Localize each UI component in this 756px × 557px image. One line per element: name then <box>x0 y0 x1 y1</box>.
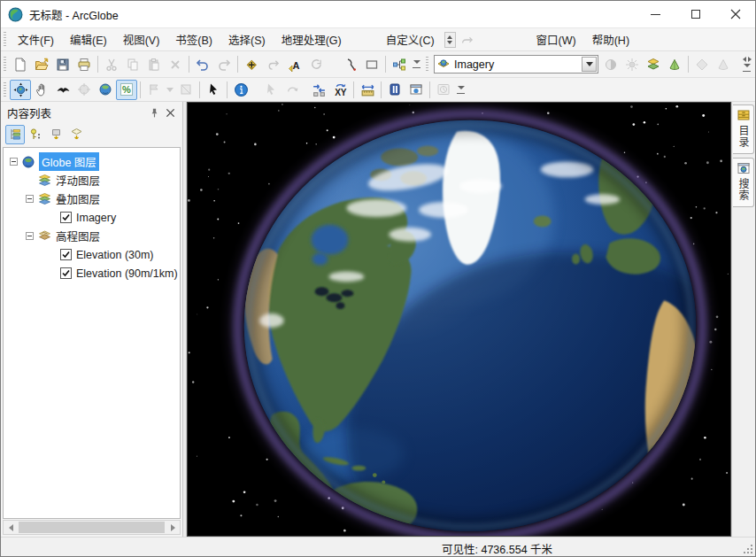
swipe-layer-icon[interactable] <box>643 54 664 74</box>
viewer-window-icon[interactable] <box>405 80 427 100</box>
paste-icon[interactable] <box>143 54 165 74</box>
maximize-button[interactable] <box>675 1 715 27</box>
tree-node-label[interactable]: 浮动图层 <box>56 172 100 189</box>
surface-percent-icon[interactable]: % <box>116 80 137 100</box>
rotate-curve-icon[interactable] <box>282 80 303 100</box>
select-graphics-icon[interactable] <box>260 80 282 100</box>
collapse-icon[interactable] <box>10 158 18 166</box>
globe-viewport[interactable] <box>187 102 731 537</box>
checkbox-checked[interactable] <box>60 267 72 279</box>
print-icon[interactable] <box>73 54 95 74</box>
flag-icon[interactable] <box>143 80 165 100</box>
checkbox-checked[interactable] <box>60 249 72 260</box>
menu-edit[interactable]: 编辑(E) <box>62 28 115 50</box>
list-by-visibility-icon[interactable] <box>46 125 66 144</box>
new-document-icon[interactable] <box>10 54 31 74</box>
toolbar-overflow-icon[interactable] <box>410 55 423 74</box>
pin-tool-icon[interactable] <box>340 54 361 74</box>
collapse-icon[interactable] <box>26 232 34 240</box>
toolbar-grip[interactable] <box>4 32 6 47</box>
tree-node-label[interactable]: 高程图层 <box>56 228 100 244</box>
find-route-icon[interactable] <box>308 80 329 100</box>
measure-icon[interactable] <box>357 80 378 100</box>
go-to-xy-icon[interactable]: XY <box>329 80 351 100</box>
delete-icon[interactable] <box>165 54 186 74</box>
copy-icon[interactable] <box>122 54 143 74</box>
close-button[interactable] <box>715 1 755 27</box>
tree-node-elevation-layers[interactable]: 高程图层 <box>4 227 180 245</box>
redo-small-icon[interactable] <box>262 54 283 74</box>
brightness-icon[interactable] <box>621 54 643 74</box>
menu-geoprocessing[interactable]: 地理处理(G) <box>274 28 350 50</box>
rectangle-icon[interactable] <box>361 54 382 74</box>
list-by-drawing-order-icon[interactable] <box>5 125 25 144</box>
checkbox-checked[interactable] <box>60 212 72 223</box>
label-text-icon[interactable]: A <box>283 54 305 74</box>
menu-file[interactable]: 文件(F) <box>10 28 62 50</box>
toolbar-grip[interactable] <box>4 82 6 97</box>
collapse-icon[interactable] <box>26 195 34 203</box>
toolbar-grip[interactable] <box>4 57 6 72</box>
navigate-icon[interactable] <box>10 80 31 100</box>
undo-icon[interactable] <box>192 54 213 74</box>
pyramid-icon[interactable] <box>664 54 685 74</box>
menu-customize[interactable]: 自定义(C) <box>378 28 443 50</box>
add-data-icon[interactable] <box>241 54 262 74</box>
toc-horizontal-scrollbar[interactable] <box>3 520 181 535</box>
spinner-control[interactable] <box>444 32 456 48</box>
tree-node-label[interactable]: Elevation (30m) <box>76 249 154 261</box>
cut-icon[interactable] <box>101 54 122 74</box>
tree-node-elevation-30m[interactable]: Elevation (30m) <box>4 245 180 264</box>
toc-close-icon[interactable] <box>162 104 178 120</box>
tab-search[interactable]: 搜索 <box>733 158 754 207</box>
html-popup-icon[interactable] <box>384 80 405 100</box>
identify-icon[interactable] <box>230 80 251 100</box>
menu-help[interactable]: 帮助(H) <box>584 28 637 50</box>
rotate-icon[interactable] <box>305 54 326 74</box>
toolbar-grip[interactable] <box>426 57 428 72</box>
area-icon[interactable] <box>175 80 197 100</box>
flag-dropdown-icon[interactable] <box>165 80 175 100</box>
layer-combobox[interactable]: Imagery <box>434 55 598 73</box>
tree-node-label[interactable]: Elevation (90m/1km) <box>76 267 178 280</box>
select-arrow-icon[interactable] <box>203 80 224 100</box>
menu-selection[interactable]: 选择(S) <box>220 28 274 50</box>
toolbar-overflow-icon[interactable] <box>454 80 467 99</box>
tree-node-floating-layers[interactable]: 浮动图层 <box>4 171 180 190</box>
tree-node-label[interactable]: 叠加图层 <box>56 190 100 207</box>
open-folder-icon[interactable] <box>31 54 52 74</box>
resize-grip[interactable] <box>743 544 753 554</box>
tree-node-label[interactable]: Imagery <box>76 212 116 224</box>
contrast-icon[interactable] <box>600 54 621 74</box>
tab-catalog[interactable]: 目录 <box>733 104 754 154</box>
full-extent-icon[interactable] <box>95 80 116 100</box>
tree-node-elevation-90m[interactable]: Elevation (90m/1km) <box>4 264 180 282</box>
save-icon[interactable] <box>52 54 73 74</box>
tree-node-imagery[interactable]: Imagery <box>4 208 180 227</box>
combo-dropdown-button[interactable] <box>582 57 597 72</box>
tree-node-draped-layers[interactable]: 叠加图层 <box>4 190 180 208</box>
menu-windows[interactable]: 窗口(W) <box>528 28 584 50</box>
minimize-button[interactable] <box>636 1 675 27</box>
target-icon[interactable] <box>73 80 95 100</box>
list-by-source-icon[interactable] <box>26 125 45 144</box>
base-heights-icon[interactable] <box>713 54 734 74</box>
globe-node-icon <box>22 156 35 168</box>
toolbar-options-icon[interactable] <box>740 55 753 74</box>
menu-bookmarks[interactable]: 书签(B) <box>167 28 220 50</box>
scrollbar-thumb[interactable] <box>19 522 165 533</box>
scroll-right-icon[interactable] <box>166 521 180 534</box>
scroll-left-icon[interactable] <box>4 521 18 534</box>
transparency-diamond-icon[interactable] <box>691 54 713 74</box>
tree-node-globe-layers[interactable]: Globe 图层 <box>4 152 180 171</box>
menu-view[interactable]: 视图(V) <box>115 28 168 50</box>
redo-curve-icon[interactable] <box>456 29 477 50</box>
redo-icon[interactable] <box>213 54 235 74</box>
pin-icon[interactable] <box>146 104 162 120</box>
pan-icon[interactable] <box>31 80 52 100</box>
fly-icon[interactable] <box>52 80 73 100</box>
tree-node-label[interactable]: Globe 图层 <box>39 152 99 171</box>
model-builder-icon[interactable] <box>389 54 410 74</box>
list-by-selection-icon[interactable] <box>66 125 86 144</box>
time-slider-icon[interactable] <box>433 80 454 100</box>
